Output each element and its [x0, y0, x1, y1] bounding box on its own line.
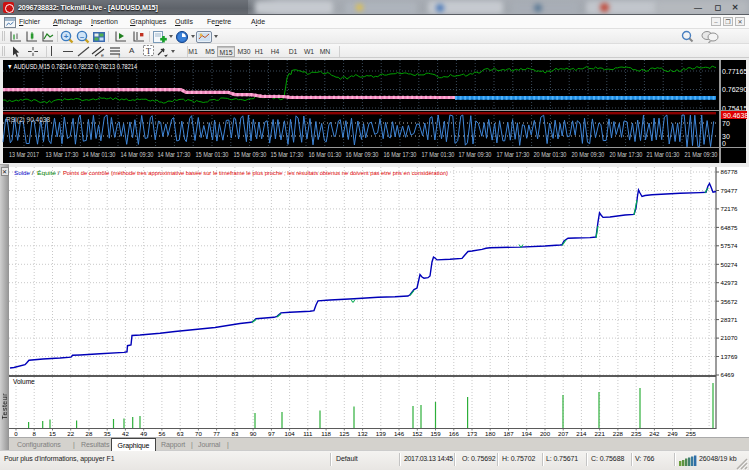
svg-text:214: 214 [576, 430, 587, 437]
svg-text:21 Mar 09:30: 21 Mar 09:30 [685, 151, 718, 158]
svg-text:6469: 6469 [721, 371, 735, 378]
svg-text:28: 28 [86, 430, 93, 437]
svg-text:228: 228 [613, 430, 624, 437]
svg-text:249: 249 [668, 430, 679, 437]
svg-text:T: T [146, 47, 151, 56]
svg-text:RSI(2) 90.4638: RSI(2) 90.4638 [6, 116, 50, 124]
svg-text:+: + [64, 32, 69, 41]
svg-text:▼ AUDUSD,M15 0.78214 0.78232: ▼ AUDUSD,M15 0.78214 0.78232 0.78213 0.7… [7, 62, 137, 71]
svg-text:242: 242 [649, 430, 660, 437]
svg-text:72176: 72176 [721, 205, 739, 212]
svg-text:64875: 64875 [721, 224, 739, 231]
svg-text:17 Mar 09:30: 17 Mar 09:30 [459, 151, 492, 158]
svg-text:13769: 13769 [721, 353, 739, 360]
svg-text:86778: 86778 [721, 168, 739, 175]
svg-text:166: 166 [449, 430, 460, 437]
svg-text:70: 70 [722, 120, 730, 127]
svg-text:50274: 50274 [721, 261, 739, 268]
svg-text:Points de contrôle (méthode tr: Points de contrôle (méthode tres approxi… [63, 169, 448, 176]
svg-text:20 Mar 17:30: 20 Mar 17:30 [610, 151, 643, 158]
svg-text:57574: 57574 [721, 242, 739, 249]
svg-text:15 Mar 17:30: 15 Mar 17:30 [271, 151, 304, 158]
svg-text:f: f [119, 52, 121, 58]
svg-text:42973: 42973 [721, 279, 739, 286]
svg-text:200: 200 [540, 430, 551, 437]
svg-text:173: 173 [467, 430, 478, 437]
svg-text:16 Mar 17:30: 16 Mar 17:30 [384, 151, 417, 158]
svg-text:17 Mar 01:30: 17 Mar 01:30 [422, 151, 455, 158]
svg-text:0.77165: 0.77165 [722, 68, 747, 75]
svg-text:35672: 35672 [721, 298, 739, 305]
svg-text:15 Mar 01:30: 15 Mar 01:30 [196, 151, 229, 158]
svg-text:70: 70 [195, 430, 202, 437]
svg-text:13 Mar 2017: 13 Mar 2017 [9, 151, 39, 158]
svg-text:125: 125 [339, 430, 350, 437]
svg-text:17 Mar 17:30: 17 Mar 17:30 [497, 151, 530, 158]
svg-text:0: 0 [722, 140, 726, 147]
svg-text:104: 104 [285, 430, 296, 437]
svg-text:159: 159 [430, 430, 441, 437]
svg-text:207: 207 [558, 430, 569, 437]
svg-text:16 Mar 01:30: 16 Mar 01:30 [309, 151, 342, 158]
svg-text:8: 8 [33, 430, 37, 437]
svg-text:Solde /: Solde / [14, 169, 34, 176]
svg-text:221: 221 [595, 430, 606, 437]
svg-text:Volume: Volume [13, 378, 35, 385]
svg-text:79477: 79477 [721, 187, 739, 194]
svg-text:20 Mar 01:30: 20 Mar 01:30 [534, 151, 567, 158]
svg-text:194: 194 [522, 430, 533, 437]
svg-text:132: 132 [358, 430, 369, 437]
svg-text:90: 90 [250, 430, 257, 437]
svg-text:83: 83 [232, 430, 239, 437]
svg-text:42: 42 [122, 430, 129, 437]
svg-text:22: 22 [67, 430, 74, 437]
svg-text:30: 30 [722, 133, 730, 140]
svg-text:14 Mar 09:30: 14 Mar 09:30 [121, 151, 154, 158]
svg-text:14 Mar 17:30: 14 Mar 17:30 [158, 151, 191, 158]
svg-text:77: 77 [213, 430, 220, 437]
svg-text:118: 118 [321, 430, 331, 437]
svg-text:13 Mar 17:30: 13 Mar 17:30 [46, 151, 79, 158]
svg-text:97: 97 [268, 430, 275, 437]
svg-text:Équité /: Équité / [37, 169, 60, 176]
svg-text:28371: 28371 [721, 316, 739, 323]
svg-text:21 Mar 01:30: 21 Mar 01:30 [647, 151, 680, 158]
svg-text:15 Mar 09:30: 15 Mar 09:30 [234, 151, 267, 158]
svg-text:15: 15 [49, 430, 56, 437]
svg-text:20 Mar 09:30: 20 Mar 09:30 [572, 151, 605, 158]
svg-text:49: 49 [140, 430, 147, 437]
svg-text:–: – [80, 32, 85, 41]
svg-text:35: 35 [104, 430, 111, 437]
svg-text:235: 235 [631, 430, 642, 437]
svg-text:0.76290: 0.76290 [722, 86, 747, 93]
svg-text:63: 63 [177, 430, 184, 437]
svg-text:90.4638: 90.4638 [723, 112, 748, 119]
svg-text:16 Mar 09:30: 16 Mar 09:30 [346, 151, 379, 158]
svg-text:180: 180 [485, 430, 496, 437]
svg-text:111: 111 [303, 430, 313, 437]
svg-text:255: 255 [686, 430, 697, 437]
svg-text:14 Mar 01:30: 14 Mar 01:30 [83, 151, 116, 158]
svg-text:146: 146 [394, 430, 405, 437]
svg-text:e: e [101, 52, 104, 58]
svg-text:21070: 21070 [721, 334, 739, 341]
svg-text:139: 139 [376, 430, 387, 437]
svg-text:152: 152 [412, 430, 423, 437]
svg-text:187: 187 [503, 430, 514, 437]
svg-text:56: 56 [159, 430, 166, 437]
